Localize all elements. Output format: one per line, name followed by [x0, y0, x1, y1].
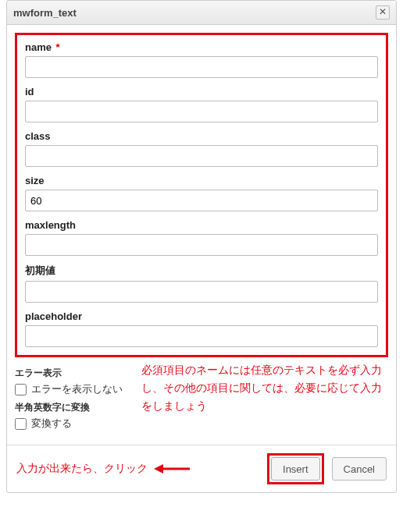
insert-button[interactable]: Insert — [271, 457, 320, 481]
field-name: name * — [25, 41, 378, 78]
mwform-text-dialog: mwform_text ✕ name * id class size — [6, 0, 397, 493]
required-fields-highlight: name * id class size maxlength — [15, 33, 388, 357]
arrow-left-icon — [154, 463, 190, 474]
below-options-row: エラー表示 エラーを表示しない 半角英数字に変換 変換する 必須項目のネームには… — [15, 362, 388, 435]
field-id: id — [25, 86, 378, 122]
field-initial: 初期値 — [25, 264, 378, 303]
label-placeholder: placeholder — [25, 310, 378, 322]
cancel-button[interactable]: Cancel — [332, 457, 387, 481]
error-display-label: エラー表示 — [15, 367, 132, 380]
convert-alnum-checkbox-row: 変換する — [15, 417, 132, 431]
dialog-title: mwform_text — [13, 7, 77, 19]
label-maxlength: maxlength — [25, 219, 378, 231]
svg-marker-1 — [154, 464, 163, 473]
options-left: エラー表示 エラーを表示しない 半角英数字に変換 変換する — [15, 362, 132, 435]
options-right: 必須項目のネームには任意のテキストを必ず入力し、その他の項目に関しては、必要に応… — [141, 362, 388, 435]
input-initial[interactable] — [25, 281, 378, 303]
footer-annotation-text: 入力が出来たら、クリック — [16, 462, 148, 476]
field-class: class — [25, 130, 378, 167]
checkbox-hide-error[interactable] — [15, 384, 27, 395]
dialog-titlebar: mwform_text ✕ — [7, 1, 396, 25]
side-annotation: 必須項目のネームには任意のテキストを必ず入力し、その他の項目に関しては、必要に応… — [141, 362, 388, 416]
input-id[interactable] — [25, 101, 378, 122]
field-maxlength: maxlength — [25, 219, 378, 256]
label-name: name * — [25, 41, 378, 53]
checkbox-hide-error-label: エラーを表示しない — [31, 383, 123, 396]
checkbox-convert-alnum-label: 変換する — [31, 417, 72, 431]
label-size: size — [25, 175, 378, 186]
label-initial: 初期値 — [25, 264, 378, 278]
input-placeholder[interactable] — [25, 325, 378, 347]
dialog-footer: 入力が出来たら、クリック Insert Cancel — [7, 445, 396, 492]
error-display-checkbox-row: エラーを表示しない — [15, 383, 132, 396]
input-name[interactable] — [25, 56, 378, 78]
checkbox-convert-alnum[interactable] — [15, 418, 27, 430]
required-mark: * — [56, 41, 60, 53]
field-placeholder: placeholder — [25, 310, 378, 347]
label-class: class — [25, 130, 378, 142]
dialog-content: name * id class size maxlength — [7, 25, 396, 445]
convert-alnum-label: 半角英数字に変換 — [15, 401, 132, 414]
footer-annotation: 入力が出来たら、クリック — [16, 462, 259, 476]
label-id: id — [25, 86, 378, 98]
close-icon[interactable]: ✕ — [376, 5, 390, 20]
input-size[interactable] — [25, 190, 378, 211]
input-class[interactable] — [25, 145, 378, 167]
input-maxlength[interactable] — [25, 234, 378, 256]
label-name-text: name — [25, 41, 52, 53]
field-size: size — [25, 175, 378, 211]
insert-button-highlight: Insert — [267, 453, 324, 484]
